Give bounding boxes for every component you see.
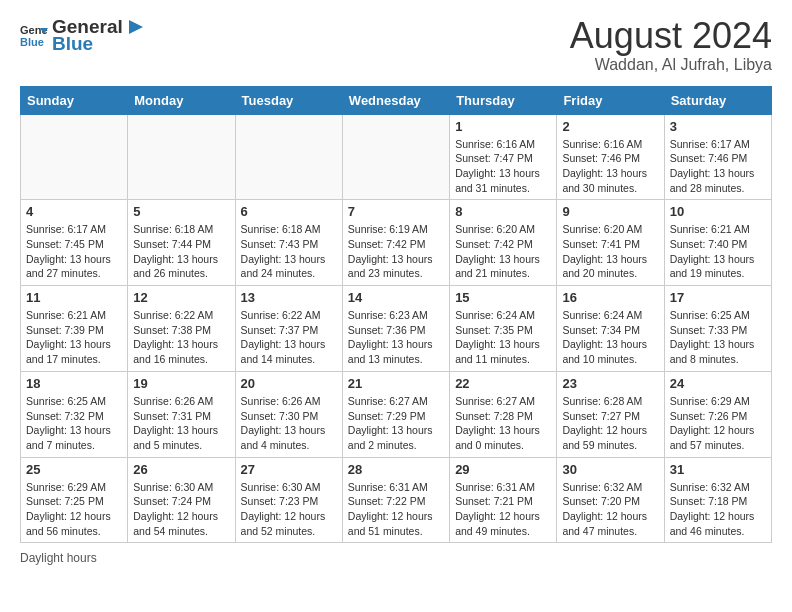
calendar-week-row: 4Sunrise: 6:17 AM Sunset: 7:45 PM Daylig… — [21, 200, 772, 286]
calendar-week-row: 11Sunrise: 6:21 AM Sunset: 7:39 PM Dayli… — [21, 286, 772, 372]
calendar-cell: 3Sunrise: 6:17 AM Sunset: 7:46 PM Daylig… — [664, 114, 771, 200]
day-info: Sunrise: 6:29 AM Sunset: 7:25 PM Dayligh… — [26, 480, 122, 539]
day-number: 31 — [670, 462, 766, 477]
calendar-cell — [128, 114, 235, 200]
day-info: Sunrise: 6:23 AM Sunset: 7:36 PM Dayligh… — [348, 308, 444, 367]
calendar-cell: 19Sunrise: 6:26 AM Sunset: 7:31 PM Dayli… — [128, 371, 235, 457]
day-info: Sunrise: 6:31 AM Sunset: 7:22 PM Dayligh… — [348, 480, 444, 539]
calendar-table: SundayMondayTuesdayWednesdayThursdayFrid… — [20, 86, 772, 544]
day-info: Sunrise: 6:30 AM Sunset: 7:24 PM Dayligh… — [133, 480, 229, 539]
calendar-week-row: 18Sunrise: 6:25 AM Sunset: 7:32 PM Dayli… — [21, 371, 772, 457]
day-info: Sunrise: 6:27 AM Sunset: 7:28 PM Dayligh… — [455, 394, 551, 453]
day-number: 9 — [562, 204, 658, 219]
calendar-cell: 4Sunrise: 6:17 AM Sunset: 7:45 PM Daylig… — [21, 200, 128, 286]
calendar-cell: 18Sunrise: 6:25 AM Sunset: 7:32 PM Dayli… — [21, 371, 128, 457]
day-number: 16 — [562, 290, 658, 305]
day-number: 25 — [26, 462, 122, 477]
svg-text:Blue: Blue — [20, 36, 44, 48]
day-info: Sunrise: 6:21 AM Sunset: 7:39 PM Dayligh… — [26, 308, 122, 367]
day-of-week-header: Saturday — [664, 86, 771, 114]
calendar-cell: 17Sunrise: 6:25 AM Sunset: 7:33 PM Dayli… — [664, 286, 771, 372]
calendar-week-row: 25Sunrise: 6:29 AM Sunset: 7:25 PM Dayli… — [21, 457, 772, 543]
day-number: 5 — [133, 204, 229, 219]
calendar-cell: 13Sunrise: 6:22 AM Sunset: 7:37 PM Dayli… — [235, 286, 342, 372]
day-of-week-header: Thursday — [450, 86, 557, 114]
day-number: 28 — [348, 462, 444, 477]
day-number: 27 — [241, 462, 337, 477]
calendar-cell: 28Sunrise: 6:31 AM Sunset: 7:22 PM Dayli… — [342, 457, 449, 543]
calendar-cell: 7Sunrise: 6:19 AM Sunset: 7:42 PM Daylig… — [342, 200, 449, 286]
day-number: 30 — [562, 462, 658, 477]
day-info: Sunrise: 6:32 AM Sunset: 7:20 PM Dayligh… — [562, 480, 658, 539]
day-number: 1 — [455, 119, 551, 134]
calendar-cell — [21, 114, 128, 200]
day-number: 22 — [455, 376, 551, 391]
day-info: Sunrise: 6:26 AM Sunset: 7:30 PM Dayligh… — [241, 394, 337, 453]
day-info: Sunrise: 6:25 AM Sunset: 7:33 PM Dayligh… — [670, 308, 766, 367]
day-number: 2 — [562, 119, 658, 134]
logo: General Blue General Blue — [20, 16, 143, 51]
calendar-cell: 31Sunrise: 6:32 AM Sunset: 7:18 PM Dayli… — [664, 457, 771, 543]
calendar-cell: 5Sunrise: 6:18 AM Sunset: 7:44 PM Daylig… — [128, 200, 235, 286]
calendar-cell: 26Sunrise: 6:30 AM Sunset: 7:24 PM Dayli… — [128, 457, 235, 543]
logo-triangle — [125, 18, 143, 36]
day-info: Sunrise: 6:24 AM Sunset: 7:34 PM Dayligh… — [562, 308, 658, 367]
day-number: 24 — [670, 376, 766, 391]
day-of-week-header: Tuesday — [235, 86, 342, 114]
day-number: 23 — [562, 376, 658, 391]
day-info: Sunrise: 6:31 AM Sunset: 7:21 PM Dayligh… — [455, 480, 551, 539]
calendar-cell: 15Sunrise: 6:24 AM Sunset: 7:35 PM Dayli… — [450, 286, 557, 372]
day-number: 4 — [26, 204, 122, 219]
day-info: Sunrise: 6:27 AM Sunset: 7:29 PM Dayligh… — [348, 394, 444, 453]
footer-note: Daylight hours — [20, 551, 772, 565]
calendar-cell: 24Sunrise: 6:29 AM Sunset: 7:26 PM Dayli… — [664, 371, 771, 457]
calendar-cell: 14Sunrise: 6:23 AM Sunset: 7:36 PM Dayli… — [342, 286, 449, 372]
day-info: Sunrise: 6:30 AM Sunset: 7:23 PM Dayligh… — [241, 480, 337, 539]
header-row: SundayMondayTuesdayWednesdayThursdayFrid… — [21, 86, 772, 114]
calendar-body: 1Sunrise: 6:16 AM Sunset: 7:47 PM Daylig… — [21, 114, 772, 543]
day-number: 10 — [670, 204, 766, 219]
day-info: Sunrise: 6:26 AM Sunset: 7:31 PM Dayligh… — [133, 394, 229, 453]
day-info: Sunrise: 6:16 AM Sunset: 7:47 PM Dayligh… — [455, 137, 551, 196]
calendar-cell: 23Sunrise: 6:28 AM Sunset: 7:27 PM Dayli… — [557, 371, 664, 457]
calendar-cell: 9Sunrise: 6:20 AM Sunset: 7:41 PM Daylig… — [557, 200, 664, 286]
day-info: Sunrise: 6:21 AM Sunset: 7:40 PM Dayligh… — [670, 222, 766, 281]
day-number: 29 — [455, 462, 551, 477]
calendar-cell: 27Sunrise: 6:30 AM Sunset: 7:23 PM Dayli… — [235, 457, 342, 543]
day-number: 6 — [241, 204, 337, 219]
day-info: Sunrise: 6:18 AM Sunset: 7:43 PM Dayligh… — [241, 222, 337, 281]
day-of-week-header: Wednesday — [342, 86, 449, 114]
calendar-cell: 8Sunrise: 6:20 AM Sunset: 7:42 PM Daylig… — [450, 200, 557, 286]
day-of-week-header: Friday — [557, 86, 664, 114]
calendar-cell: 6Sunrise: 6:18 AM Sunset: 7:43 PM Daylig… — [235, 200, 342, 286]
main-title: August 2024 — [570, 16, 772, 56]
day-number: 8 — [455, 204, 551, 219]
calendar-cell: 11Sunrise: 6:21 AM Sunset: 7:39 PM Dayli… — [21, 286, 128, 372]
calendar-cell — [342, 114, 449, 200]
day-info: Sunrise: 6:17 AM Sunset: 7:45 PM Dayligh… — [26, 222, 122, 281]
day-number: 15 — [455, 290, 551, 305]
day-info: Sunrise: 6:25 AM Sunset: 7:32 PM Dayligh… — [26, 394, 122, 453]
subtitle: Waddan, Al Jufrah, Libya — [570, 56, 772, 74]
day-number: 17 — [670, 290, 766, 305]
title-area: August 2024 Waddan, Al Jufrah, Libya — [570, 16, 772, 74]
day-info: Sunrise: 6:20 AM Sunset: 7:42 PM Dayligh… — [455, 222, 551, 281]
calendar-cell: 29Sunrise: 6:31 AM Sunset: 7:21 PM Dayli… — [450, 457, 557, 543]
day-of-week-header: Sunday — [21, 86, 128, 114]
day-info: Sunrise: 6:28 AM Sunset: 7:27 PM Dayligh… — [562, 394, 658, 453]
day-number: 12 — [133, 290, 229, 305]
day-info: Sunrise: 6:22 AM Sunset: 7:38 PM Dayligh… — [133, 308, 229, 367]
calendar-cell: 20Sunrise: 6:26 AM Sunset: 7:30 PM Dayli… — [235, 371, 342, 457]
calendar-cell: 2Sunrise: 6:16 AM Sunset: 7:46 PM Daylig… — [557, 114, 664, 200]
day-number: 14 — [348, 290, 444, 305]
day-info: Sunrise: 6:32 AM Sunset: 7:18 PM Dayligh… — [670, 480, 766, 539]
day-number: 26 — [133, 462, 229, 477]
day-number: 18 — [26, 376, 122, 391]
day-number: 19 — [133, 376, 229, 391]
calendar-header: SundayMondayTuesdayWednesdayThursdayFrid… — [21, 86, 772, 114]
day-info: Sunrise: 6:22 AM Sunset: 7:37 PM Dayligh… — [241, 308, 337, 367]
logo-blue: Blue — [52, 36, 143, 51]
day-of-week-header: Monday — [128, 86, 235, 114]
day-number: 20 — [241, 376, 337, 391]
day-info: Sunrise: 6:29 AM Sunset: 7:26 PM Dayligh… — [670, 394, 766, 453]
